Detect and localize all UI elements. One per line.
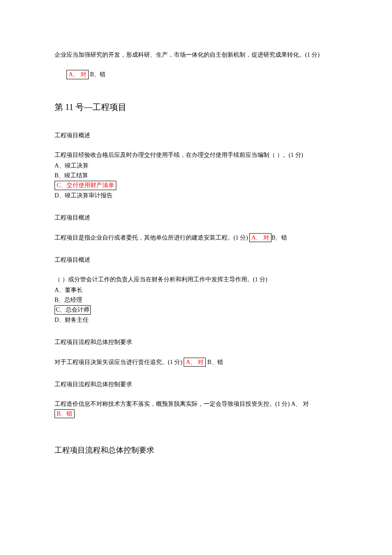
question-2: 工程项目概述 工程项目经验收合格后应及时办理交付使用手续，在办理交付使用手续前应…: [55, 131, 337, 200]
q1-option-a: A、 对: [66, 70, 89, 79]
q4-text: （ ）或分管会计工作的负责人应当在财务分析和利用工作中发挥主导作用。(1 分): [55, 275, 337, 284]
q2-title: 工程项目概述: [55, 131, 337, 140]
question-5: 工程项目流程和总体控制要求 对于工程项目决策失误应当进行责任追究。(1 分) A…: [55, 338, 337, 367]
q4-option-a: A、董事长: [55, 286, 337, 295]
q5-line: 对于工程项目决策失误应当进行责任追究。(1 分) A、 对 B、错: [55, 358, 337, 367]
q6-line: 工程造价信息不对称技术方案不落实，概预算脱离实际，一定会导致项目投资失控。(1 …: [55, 399, 337, 419]
q2-option-d: D、竣工决算审计报告: [55, 191, 337, 200]
question-3: 工程项目概述 工程项目是指企业自行或者委托，其他单位所进行的建造安装工程。(1 …: [55, 213, 337, 243]
q2-text: 工程项目经验收合格后应及时办理交付使用手续，在办理交付使用手续前应当编制（ ）。…: [55, 150, 337, 160]
q3-option-b: B、错: [271, 234, 287, 241]
question-1: 企业应当加强研究的开发，形成科研、生产，市场一体化的自主创新机制，促进研究成果转…: [55, 50, 337, 80]
q4-option-c-wrap: C、总会计师: [55, 305, 337, 315]
q4-option-b: B、总经理: [55, 295, 337, 305]
q2-option-c: C、交付使用财产清单: [55, 181, 116, 190]
q1-option-b: B、错: [89, 71, 106, 78]
q6-text: 工程造价信息不对称技术方案不落实，概预算脱离实际，一定会导致项目投资失控。(1 …: [55, 401, 309, 407]
q5-title: 工程项目流程和总体控制要求: [55, 338, 337, 347]
q1-options: A、 对 B、错: [66, 70, 337, 79]
q3-title: 工程项目概述: [55, 213, 337, 223]
q3-option-a: A、 对: [249, 233, 271, 243]
q4-option-d: D、财务主任: [55, 315, 337, 325]
section-11-title: 第 11 号—工程项目: [55, 100, 337, 114]
q4-option-c: C、总会计师: [55, 305, 91, 315]
q6-option-b: B、错: [55, 409, 75, 419]
q2-option-b: B、竣工结算: [55, 171, 337, 180]
q4-title: 工程项目概述: [55, 255, 337, 265]
q5-text: 对于工程项目决策失误应当进行责任追究。(1 分): [55, 359, 184, 365]
q5-option-a: A、 对: [184, 358, 206, 367]
q2-option-a: A、竣工决算: [55, 161, 337, 171]
q2-option-c-wrap: C、交付使用财产清单: [55, 181, 337, 190]
question-6: 工程项目流程和总体控制要求 工程造价信息不对称技术方案不落实，概预算脱离实际，一…: [55, 380, 337, 419]
q6-title: 工程项目流程和总体控制要求: [55, 380, 337, 389]
q3-line: 工程项目是指企业自行或者委托，其他单位所进行的建造安装工程。(1 分) A、 对…: [55, 233, 337, 243]
question-4: 工程项目概述 （ ）或分管会计工作的负责人应当在财务分析和利用工作中发挥主导作用…: [55, 255, 337, 325]
q1-text: 企业应当加强研究的开发，形成科研、生产，市场一体化的自主创新机制，促进研究成果转…: [55, 50, 337, 60]
q5-option-b: B、错: [206, 359, 223, 365]
section-bottom-title: 工程项目流程和总体控制要求: [55, 444, 337, 457]
q3-text: 工程项目是指企业自行或者委托，其他单位所进行的建造安装工程。(1 分): [55, 234, 249, 241]
